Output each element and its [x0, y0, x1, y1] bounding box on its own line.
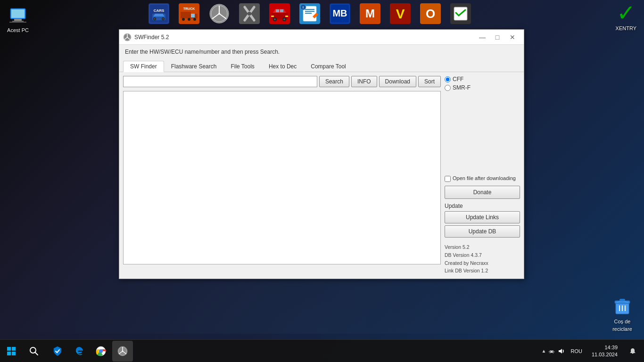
taskbar-icon-mercedes[interactable]: [112, 341, 133, 362]
tab-compare-tool[interactable]: Compare Tool: [304, 61, 353, 72]
maximize-button[interactable]: □: [490, 30, 505, 45]
radio-group: CFF SMR-F: [445, 76, 520, 91]
top-icons-bar: Acest PC CARS: [0, 0, 644, 30]
svg-point-26: [218, 13, 220, 15]
svg-point-37: [274, 18, 276, 20]
mercedes-taskbar-icon: [117, 346, 128, 357]
svg-point-84: [122, 350, 124, 352]
xentry-label: XENTRY: [616, 25, 636, 31]
info-button[interactable]: INFO: [351, 76, 377, 87]
checkbox-group: Open file after downloading: [445, 175, 520, 182]
system-tray: ▲: [542, 347, 565, 355]
recycle-bin-label2: reciclare: [612, 326, 632, 332]
chevron-up-icon[interactable]: ▲: [542, 348, 546, 354]
search-row: Search INFO Download Sort: [123, 76, 441, 87]
taskbar-search[interactable]: [23, 340, 45, 362]
donate-button[interactable]: Donate: [445, 186, 520, 199]
top-icon-cars[interactable]: CARS: [144, 0, 174, 27]
desktop-icon-computer[interactable]: Acest PC: [5, 2, 31, 35]
radio-cff-label: CFF: [453, 76, 463, 82]
taskbar-datetime[interactable]: 14:39 11.03.2024: [588, 342, 621, 360]
search-button[interactable]: Search: [319, 76, 349, 87]
swfinder-window: SWFinder 5.2 — □ ✕ Enter the HW/SW/ECU n…: [119, 29, 524, 279]
tab-file-tools[interactable]: File Tools: [223, 61, 261, 72]
download-button[interactable]: Download: [379, 76, 416, 87]
svg-line-76: [35, 353, 38, 355]
chrome-icon: [95, 346, 107, 357]
radio-smrf-input[interactable]: [445, 85, 451, 91]
main-content: Search INFO Download Sort CFF: [119, 72, 524, 279]
start-button[interactable]: [0, 340, 23, 362]
top-icon-truck[interactable]: TRUCK: [174, 0, 204, 27]
svg-text:M: M: [365, 7, 375, 20]
svg-text:V: V: [396, 7, 405, 21]
svg-point-20: [193, 18, 196, 21]
search-input[interactable]: [123, 76, 317, 87]
update-db-button[interactable]: Update DB: [445, 225, 520, 238]
right-panel: CFF SMR-F Open file after downloading Do…: [445, 76, 520, 275]
info-text: Enter the HW/SW/ECU name/number and then…: [125, 49, 280, 55]
svg-text:TRUCK: TRUCK: [183, 7, 195, 10]
taskbar-language: ROU: [569, 346, 584, 356]
update-section: Update Update Links Update DB: [445, 203, 520, 238]
top-icon-redcar[interactable]: [264, 0, 295, 27]
notification-icon[interactable]: [625, 344, 640, 359]
computer-icon-label: Acest PC: [7, 27, 29, 33]
taskbar-icon-security[interactable]: [47, 341, 68, 362]
sort-button[interactable]: Sort: [418, 76, 441, 87]
results-area: [123, 91, 441, 264]
minimize-button[interactable]: —: [475, 30, 490, 45]
svg-rect-44: [305, 11, 314, 12]
radio-cff-input[interactable]: [445, 76, 451, 82]
svg-rect-2: [14, 19, 22, 21]
version-line4: Link DB Version 1.2: [445, 267, 520, 275]
svg-rect-34: [280, 9, 283, 12]
window-controls: — □ ✕: [475, 30, 520, 45]
taskbar-icon-edge[interactable]: [69, 341, 90, 362]
taskbar-icon-chrome[interactable]: [91, 341, 111, 362]
top-icon-mercedes[interactable]: [204, 0, 234, 27]
update-links-button[interactable]: Update Links: [445, 211, 520, 223]
svg-point-75: [30, 347, 36, 353]
taskbar-time-display: 14:39: [592, 344, 618, 351]
svg-point-18: [182, 18, 185, 21]
svg-rect-74: [12, 352, 16, 355]
top-icon-mb[interactable]: MB: [325, 0, 355, 27]
svg-rect-4: [9, 22, 26, 23]
svg-rect-73: [7, 352, 11, 355]
svg-rect-33: [276, 9, 279, 12]
top-icon-checklist[interactable]: [446, 0, 476, 27]
xentry-checkmark: ✓: [617, 2, 636, 25]
tab-sw-finder[interactable]: SW Finder: [123, 61, 164, 72]
edge-icon: [74, 346, 85, 357]
radio-smrf[interactable]: SMR-F: [445, 84, 520, 91]
svg-rect-71: [7, 347, 11, 351]
top-icon-docs[interactable]: i: [295, 0, 325, 27]
update-label: Update: [445, 203, 520, 209]
svg-rect-15: [181, 12, 191, 18]
recycle-bin-icon[interactable]: Coș de reciclare: [610, 294, 635, 334]
svg-point-78: [99, 350, 102, 353]
checkbox-label: Open file after downloading: [453, 175, 516, 181]
tab-hex-to-dec[interactable]: Hex to Dec: [262, 61, 304, 72]
tab-flashware-search[interactable]: Flashware Search: [164, 61, 224, 72]
computer-icon: [7, 4, 29, 26]
xentry-icon[interactable]: ✓ XENTRY: [616, 2, 636, 31]
network-icon: [548, 347, 555, 355]
info-bar: Enter the HW/SW/ECU name/number and then…: [119, 45, 524, 59]
svg-rect-3: [12, 21, 24, 22]
top-icon-o[interactable]: O: [415, 0, 446, 27]
taskbar-search-icon: [29, 346, 39, 356]
close-button[interactable]: ✕: [505, 30, 520, 45]
window-logo: [123, 33, 132, 41]
open-after-download-checkbox[interactable]: [445, 176, 451, 182]
top-icon-v[interactable]: V: [385, 0, 415, 27]
left-panel: Search INFO Download Sort: [123, 76, 441, 275]
svg-rect-17: [191, 14, 195, 17]
radio-cff[interactable]: CFF: [445, 76, 520, 82]
top-icon-tools[interactable]: [234, 0, 264, 27]
svg-text:MB: MB: [332, 8, 347, 18]
top-icon-m[interactable]: M: [355, 0, 385, 27]
speaker-icon: [557, 347, 565, 355]
svg-rect-45: [305, 13, 312, 14]
